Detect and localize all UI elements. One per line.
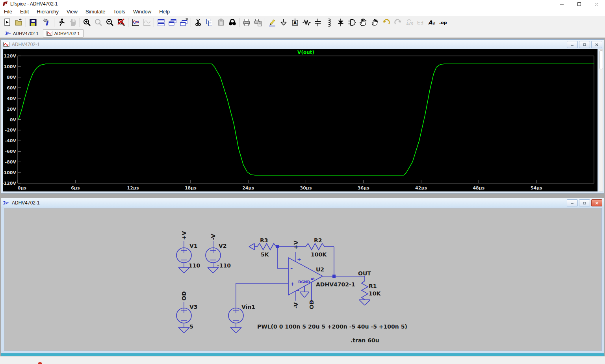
edit-pencil-icon[interactable] [266, 17, 278, 28]
trace-vout[interactable] [18, 64, 594, 175]
find-icon[interactable] [226, 17, 238, 28]
schematic-label[interactable]: -110 [217, 262, 231, 269]
redo-icon [392, 17, 403, 28]
plot-legend-vout[interactable]: V(out) [297, 50, 314, 55]
schematic-label[interactable]: - [290, 265, 293, 272]
schematic-label[interactable]: DGND [298, 280, 310, 284]
component-r3[interactable] [249, 243, 277, 250]
zoom-in-icon[interactable] [81, 17, 93, 28]
close-button[interactable] [588, 0, 605, 8]
opamp-triangle [288, 258, 323, 295]
net-label-icon[interactable]: A [289, 17, 301, 28]
close-windows-icon[interactable] [178, 17, 189, 28]
tile-horizontal-icon[interactable] [155, 17, 167, 28]
waveform-window-titlebar[interactable]: ADHV4702-1 [1, 40, 604, 49]
schematic-label[interactable]: +V [293, 240, 299, 249]
cut-icon[interactable] [192, 17, 204, 28]
cascade-icon[interactable] [167, 17, 178, 28]
schematic-label[interactable]: 5K [261, 251, 269, 258]
component-u2-opamp[interactable] [288, 252, 323, 304]
schematic-label[interactable]: R1 [369, 283, 377, 289]
schematic-label[interactable]: R2 [314, 237, 322, 243]
toolbar-separator [239, 18, 239, 27]
menu-edit[interactable]: Edit [16, 8, 33, 16]
inductor-icon[interactable] [323, 17, 335, 28]
y-tick-label: 60V [7, 85, 16, 91]
menu-tools[interactable]: Tools [109, 8, 129, 16]
schematic-label[interactable]: 5 [311, 277, 315, 280]
tab-waveform-adhv4702-1[interactable]: ADHV4702-1 [43, 29, 84, 37]
tab-schematic-adhv4702-1[interactable]: ADHV4702-1 [2, 29, 42, 37]
tab-label: ADHV4702-1 [13, 31, 39, 36]
move-icon[interactable] [358, 17, 369, 28]
new-schematic-icon[interactable] [2, 17, 13, 28]
schematic-window-titlebar[interactable]: ADHV4702-1 [1, 198, 604, 207]
undo-icon[interactable] [380, 17, 392, 28]
plot-axes-box [18, 56, 594, 183]
schematic-label[interactable]: OD [308, 300, 315, 309]
schematic-label[interactable]: 10K [369, 290, 381, 297]
y-tick-label: -100V [3, 170, 16, 175]
menu-help[interactable]: Help [155, 8, 174, 16]
schematic-label[interactable]: - [297, 287, 299, 294]
menu-view[interactable]: View [63, 8, 82, 16]
diode-icon[interactable] [335, 17, 346, 28]
ground-icon[interactable] [278, 17, 289, 28]
run-icon[interactable] [56, 17, 67, 28]
scrollbar-thumb[interactable] [599, 50, 603, 69]
drag-icon[interactable] [369, 17, 380, 28]
schematic-label[interactable]: PWL(0 0 100n 5 20u 5 +200n -5 40u -5 +10… [257, 323, 407, 330]
waveform-scrollbar[interactable] [599, 49, 603, 191]
schematic-label[interactable]: V1 [189, 243, 198, 249]
wave-close-button[interactable] [591, 41, 602, 48]
minimize-button[interactable] [553, 0, 570, 8]
x-tick-label: 6µs [71, 186, 80, 191]
y-tick-label: 0V [10, 117, 17, 123]
schematic-label[interactable]: + [290, 281, 295, 287]
schematic-label[interactable]: U2 [316, 266, 324, 273]
control-panel-icon[interactable] [41, 17, 53, 28]
zoom-fit-icon[interactable] [115, 17, 127, 28]
print-preview-icon[interactable] [252, 17, 264, 28]
schematic-label[interactable]: 110 [189, 262, 200, 269]
schematic-label[interactable]: V2 [219, 243, 227, 249]
open-icon[interactable] [13, 17, 24, 28]
component-icon[interactable] [346, 17, 358, 28]
schematic-label[interactable]: -V [293, 302, 299, 308]
menu-simulate[interactable]: Simulate [82, 8, 109, 16]
wave-minimize-button[interactable] [567, 41, 578, 48]
menu-file[interactable]: File [0, 8, 16, 16]
schematic-label[interactable]: OUT [358, 270, 371, 277]
schem-minimize-button[interactable] [567, 199, 578, 206]
resistor-body [257, 243, 277, 250]
zoom-out-icon[interactable] [104, 17, 115, 28]
schematic-canvas[interactable]: V1110V2-110V35Vin1PWL(0 0 100n 5 20u 5 +… [4, 208, 602, 351]
menu-window[interactable]: Window [129, 8, 155, 16]
menu-hierarchy[interactable]: Hierarchy [33, 8, 63, 16]
schematic-label[interactable]: Vin1 [241, 304, 255, 310]
schematic-label[interactable]: 5 [189, 323, 193, 330]
print-icon[interactable] [241, 17, 252, 28]
schematic-label[interactable]: +V [181, 231, 187, 240]
schematic-label[interactable]: V3 [189, 304, 198, 310]
spice-directive-icon[interactable]: .op [438, 17, 449, 28]
schem-close-button[interactable] [591, 199, 602, 206]
resistor-icon[interactable] [301, 17, 312, 28]
schematic-label[interactable]: ADHV4702-1 [316, 281, 355, 288]
wave-restore-button[interactable] [579, 41, 590, 48]
capacitor-icon[interactable] [312, 17, 323, 28]
schematic-label[interactable]: R3 [260, 237, 268, 243]
schematic-label[interactable]: OD [181, 291, 187, 301]
maximize-button[interactable] [570, 0, 588, 8]
autorange-icon[interactable] [130, 17, 141, 28]
waveform-plot-pane[interactable]: 120V100V80V60V40V20V0V-20V-40V-60V-80V-1… [3, 49, 598, 191]
schematic-label[interactable]: + [297, 256, 301, 262]
schematic-label[interactable]: .tran 60u [351, 337, 379, 344]
schem-restore-button[interactable] [579, 199, 590, 206]
text-icon[interactable]: Aa [426, 17, 438, 28]
schematic-label[interactable]: -V [210, 234, 216, 240]
save-icon[interactable] [27, 17, 39, 28]
copy-icon[interactable] [204, 17, 215, 28]
component-r2[interactable] [279, 243, 334, 275]
schematic-label[interactable]: 100K [311, 251, 327, 258]
